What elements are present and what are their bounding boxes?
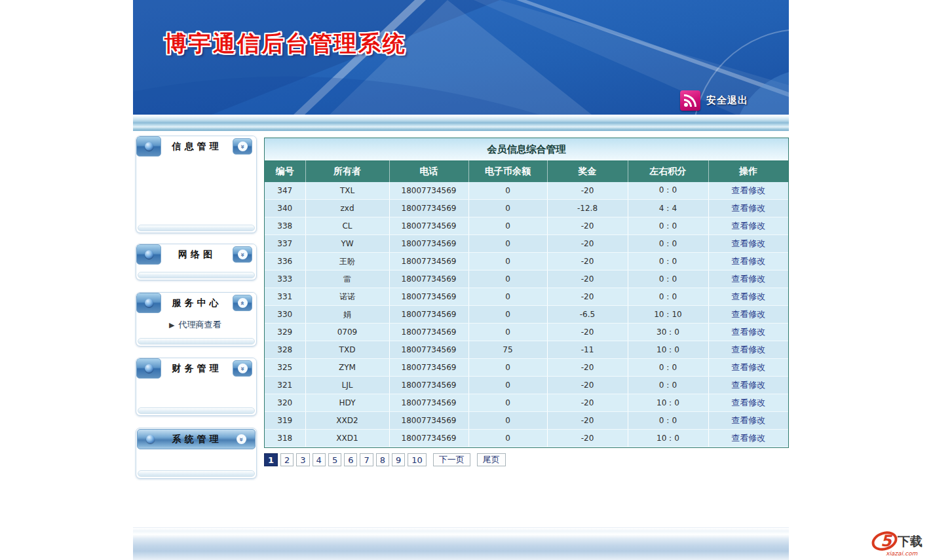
cell-action: 查看修改 [708, 200, 788, 217]
page-number-button[interactable]: 8 [376, 453, 389, 466]
orb-button[interactable] [138, 435, 162, 443]
sidebar-item-network-diagram[interactable]: 网络图 » [136, 244, 256, 265]
view-edit-link[interactable]: 查看修改 [731, 380, 765, 390]
view-edit-link[interactable]: 查看修改 [731, 238, 765, 248]
view-edit-link[interactable]: 查看修改 [731, 309, 765, 319]
next-page-button[interactable]: 下一页 [433, 453, 470, 466]
cell-action: 查看修改 [708, 271, 788, 288]
view-edit-link[interactable]: 查看修改 [731, 362, 765, 372]
cell-points: 0：0 [628, 288, 708, 306]
chevron-down-icon: » [238, 250, 248, 259]
page-number-button[interactable]: 10 [408, 453, 427, 466]
cell-id: 325 [265, 359, 305, 377]
page-number-button[interactable]: 3 [296, 453, 309, 466]
cell-bonus: -20 [547, 324, 628, 341]
page-number-button[interactable]: 4 [313, 453, 326, 466]
cell-action: 查看修改 [708, 253, 788, 271]
collapse-button[interactable]: » [233, 295, 252, 311]
cell-bonus: -12.8 [547, 200, 628, 217]
sphere-icon [145, 364, 153, 373]
orb-button[interactable] [136, 358, 161, 379]
page-number-button[interactable]: 6 [344, 453, 357, 466]
cell-phone: 18007734569 [389, 271, 468, 288]
page-number-button[interactable]: 1 [264, 453, 278, 466]
page-number-button[interactable]: 9 [392, 453, 405, 466]
table-row: 329 0709 18007734569 0 -20 30：0 查看修改 [265, 324, 788, 341]
page-number-button[interactable]: 7 [360, 453, 373, 466]
view-edit-link[interactable]: 查看修改 [731, 327, 765, 337]
sphere-icon [145, 142, 153, 151]
cell-id: 340 [265, 200, 305, 217]
cell-id: 347 [265, 182, 305, 200]
orb-button[interactable] [136, 136, 161, 157]
cell-bonus: -20 [547, 288, 628, 306]
col-header-phone: 电话 [389, 161, 468, 182]
banner: 博宇通信后台管理系统 安全退出 [133, 0, 789, 115]
member-table-panel: 会员信息综合管理 编号 所有者 电话 电子币余额 奖金 左右积分 [264, 138, 789, 448]
page-container: 博宇通信后台管理系统 安全退出 信息管理 » [133, 0, 789, 560]
cell-points: 0：0 [628, 253, 708, 271]
collapse-button[interactable]: » [233, 138, 252, 155]
logo-number: 5 [881, 532, 892, 550]
view-edit-link[interactable]: 查看修改 [731, 345, 765, 354]
sidebar-item-finance-management[interactable]: 财务管理 » [136, 358, 256, 379]
cell-points: 30：0 [628, 324, 708, 341]
cell-phone: 18007734569 [389, 288, 468, 306]
sidebar-item-system-management[interactable]: 系统管理 » [137, 429, 256, 449]
cell-phone: 18007734569 [389, 182, 468, 200]
view-edit-link[interactable]: 查看修改 [731, 256, 765, 266]
sidebar-item-service-center[interactable]: 服务中心 » [136, 293, 256, 313]
cell-phone: 18007734569 [389, 412, 468, 430]
view-edit-link[interactable]: 查看修改 [731, 433, 765, 443]
cell-phone: 18007734569 [389, 341, 468, 359]
main-area: 会员信息综合管理 编号 所有者 电话 电子币余额 奖金 左右积分 [264, 138, 789, 466]
view-edit-link[interactable]: 查看修改 [731, 398, 765, 407]
orb-button[interactable] [136, 244, 161, 265]
cell-bonus: -20 [547, 377, 628, 394]
view-edit-link[interactable]: 查看修改 [731, 221, 765, 231]
xiazai-logo[interactable]: 5 下载 xiazai.com [864, 528, 933, 560]
cell-id: 321 [265, 377, 305, 394]
cell-balance: 0 [468, 377, 547, 394]
view-edit-link[interactable]: 查看修改 [731, 185, 765, 195]
table-row: 336 王盼 18007734569 0 -20 0：0 查看修改 [265, 253, 788, 271]
cell-points: 0：0 [628, 235, 708, 253]
panel-body [136, 265, 256, 271]
cell-phone: 18007734569 [389, 377, 468, 394]
page-number-button[interactable]: 2 [280, 453, 294, 466]
view-edit-link[interactable]: 查看修改 [731, 291, 765, 301]
sidebar-item-info-management[interactable]: 信息管理 » [136, 136, 256, 157]
cell-balance: 0 [468, 430, 547, 447]
sidebar-panel-system-management: 系统管理 » [136, 428, 257, 479]
orb-button[interactable] [136, 293, 161, 313]
cell-action: 查看修改 [708, 359, 788, 377]
sub-item-label: 代理商查看 [178, 319, 221, 331]
collapse-button[interactable]: » [231, 431, 251, 447]
sidebar-item-agent-view[interactable]: ▶ 代理商查看 [136, 313, 256, 337]
view-edit-link[interactable]: 查看修改 [731, 203, 765, 213]
panel-footer-cap [138, 470, 255, 477]
last-page-button[interactable]: 尾页 [477, 453, 506, 466]
view-edit-link[interactable]: 查看修改 [731, 274, 765, 284]
cell-balance: 0 [468, 324, 547, 341]
table-row: 319 XXD2 18007734569 0 -20 0：0 查看修改 [265, 412, 788, 430]
cell-owner: 0709 [305, 324, 389, 341]
collapse-button[interactable]: » [233, 246, 252, 263]
cell-points: 0：0 [628, 359, 708, 377]
logout-button[interactable]: 安全退出 [680, 90, 748, 111]
cell-bonus: -20 [547, 182, 628, 200]
cell-bonus: -11 [547, 341, 628, 359]
cell-owner: YW [305, 235, 389, 253]
collapse-button[interactable]: » [233, 360, 252, 377]
panel-label: 服务中心 [161, 297, 233, 309]
table-row: 338 CL 18007734569 0 -20 0：0 查看修改 [265, 217, 788, 235]
cell-id: 319 [265, 412, 305, 430]
cell-owner: 诺诺 [305, 288, 389, 306]
cell-bonus: -20 [547, 412, 628, 430]
cell-phone: 18007734569 [389, 306, 468, 324]
triangle-right-icon: ▶ [169, 321, 174, 329]
cell-balance: 75 [468, 341, 547, 359]
view-edit-link[interactable]: 查看修改 [731, 415, 765, 425]
cell-id: 333 [265, 271, 305, 288]
page-number-button[interactable]: 5 [328, 453, 341, 466]
